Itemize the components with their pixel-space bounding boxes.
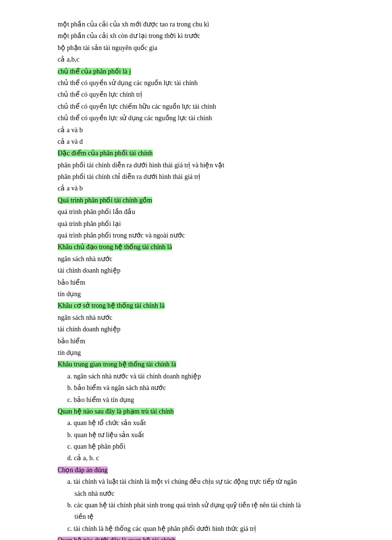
text-line: ngân sách nhà nước <box>58 313 334 323</box>
text-line: Chọn đáp án đúng <box>58 465 334 476</box>
text-line: Quan hệ nào dưới đây là quan hệ tài chín… <box>58 535 334 540</box>
text-line: cả a và b <box>58 125 334 136</box>
text-line: sách nhà nước <box>74 489 334 499</box>
text-line: bảo hiểm <box>58 336 334 347</box>
text-line: b. bảo hiểm và ngân sách nhà nước <box>67 383 334 393</box>
text-line: phân phối tài chính chỉ diễn ra dưới hìn… <box>58 172 334 182</box>
highlighted-text-pink: Quan hệ nào dưới đây là quan hệ tài chín… <box>58 537 176 540</box>
text-line: chủ thể có quyền lực chính trị <box>58 89 334 100</box>
text-line: Quan hệ nào sau đây là phạm trù tài chín… <box>58 406 334 417</box>
text-line: chủ thể của phân phối là j <box>58 66 334 77</box>
text-line: a. ngân sách nhà nước và tài chính doanh… <box>67 371 334 382</box>
text-line: tín dụng <box>58 348 334 358</box>
text-line: bộ phận tài sản tài nguyên quốc gia <box>58 43 334 53</box>
page-content: một phần của cải của xh mới được tao ra … <box>58 19 334 540</box>
text-line: chủ thể có quyền sử dụng các nguồn lực t… <box>58 78 334 88</box>
highlighted-text-pink: Chọn đáp án đúng <box>58 466 108 474</box>
highlighted-text-green: Khâu trung gian trong hệ thống tài chính… <box>58 361 176 368</box>
text-line: phân phối tài chính diễn ra dưới hình th… <box>58 160 334 171</box>
text-line: quá trình phân phối lại <box>58 219 334 229</box>
text-line: một phần của cải của xh mới được tao ra … <box>58 19 334 30</box>
text-line: cả a và d <box>58 137 334 147</box>
text-line: chủ thể có quyền lực chiếm hữu các nguồn… <box>58 101 334 112</box>
text-line: quá trình phân phối lần đầu <box>58 207 334 217</box>
text-line: b. quan hệ tư liệu sản xuất <box>67 430 334 440</box>
text-line: c. tài chính là hệ thống các quan hệ phâ… <box>67 524 334 534</box>
text-line: b. các quan hệ tài chính phát sinh trong… <box>67 500 334 511</box>
text-line: d. cả a, b. c <box>67 453 334 464</box>
text-line: Quá trình phân phối tài chính gồm <box>58 195 334 206</box>
text-line: tín dụng <box>58 289 334 300</box>
text-line: Khâu cơ sở trong hệ thống tài chính là <box>58 301 334 311</box>
text-line: tiền tệ <box>74 512 334 522</box>
text-line: Đặc điểm của phân phối tài chính <box>58 148 334 159</box>
highlighted-text-green: Khâu chủ đạo trong hệ thống tài chính là <box>58 243 172 251</box>
text-line: a. tài chính và luật tài chính là một vì… <box>67 477 334 487</box>
text-line: ngân sách nhà nước <box>58 254 334 264</box>
text-line: một phần của cải xh còn dư lại trong thờ… <box>58 31 334 41</box>
text-line: c. quan hệ phân phối <box>67 441 334 452</box>
text-line: cả a và b <box>58 183 334 194</box>
text-line: a. quan hệ tổ chức sản xuất <box>67 418 334 428</box>
highlighted-text-green: Quá trình phân phối tài chính gồm <box>58 197 152 204</box>
text-line: Khâu trung gian trong hệ thống tài chính… <box>58 359 334 370</box>
text-line: Khâu chủ đạo trong hệ thống tài chính là <box>58 242 334 252</box>
highlighted-text-green: chủ thể của phân phối là j <box>58 68 131 75</box>
text-line: bảo hiểm <box>58 277 334 288</box>
highlighted-text-green: Quan hệ nào sau đây là phạm trù tài chín… <box>58 408 174 415</box>
text-line: c. bảo hiểm và tín dụng <box>67 395 334 405</box>
text-line: cả a,b,c <box>58 54 334 65</box>
text-line: quá trình phân phối trong nước và ngoài … <box>58 230 334 241</box>
highlighted-text-green: Đặc điểm của phân phối tài chính <box>58 150 153 157</box>
text-line: chủ thể có quyền lực sử dụng các nguồng … <box>58 113 334 124</box>
text-line: tài chính doanh nghiệp <box>58 265 334 276</box>
text-line: tài chính doanh nghiệp <box>58 324 334 335</box>
highlighted-text-green: Khâu cơ sở trong hệ thống tài chính là <box>58 302 165 309</box>
